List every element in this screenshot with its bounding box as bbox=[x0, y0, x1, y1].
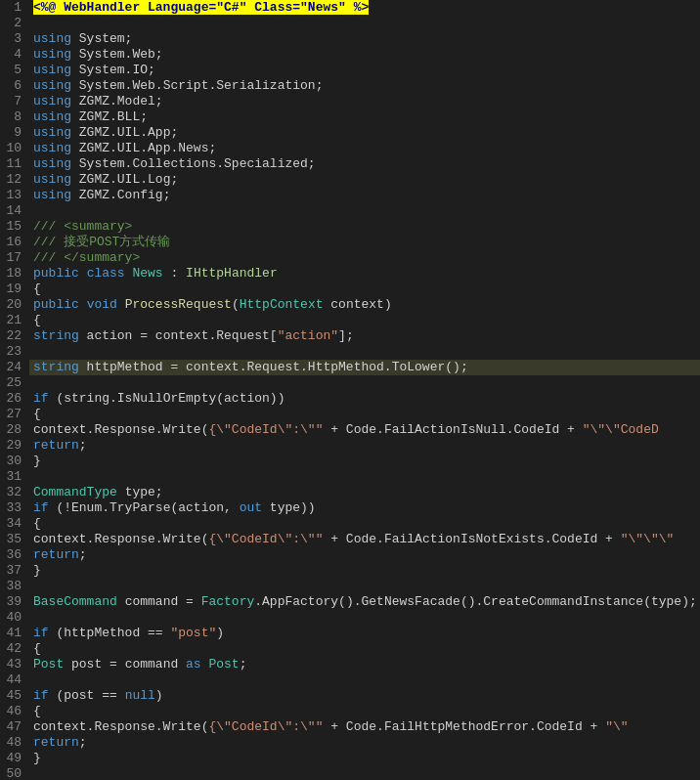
token-string: {\"CodeId\":\"" bbox=[208, 532, 323, 546]
code-line: 2 bbox=[0, 16, 700, 31]
token-plain: ZGMZ.UIL.App.News; bbox=[71, 141, 216, 155]
token-plain: (!Enum.TryParse(action, bbox=[49, 500, 240, 515]
line-content bbox=[29, 469, 700, 485]
token-plain: ZGMZ.Config; bbox=[71, 188, 170, 202]
token-plain: ; bbox=[79, 438, 87, 453]
token-keyword: if bbox=[33, 688, 49, 703]
line-content: if (httpMethod == "post") bbox=[29, 626, 700, 641]
token-keyword: using bbox=[33, 63, 71, 77]
line-number: 27 bbox=[0, 407, 29, 422]
code-line: 6using System.Web.Script.Serialization; bbox=[0, 78, 700, 94]
code-line: 42 { bbox=[0, 641, 700, 657]
code-line: 8using ZGMZ.BLL; bbox=[0, 109, 700, 125]
code-line: 30 } bbox=[0, 454, 700, 469]
token-plain: context.Response.Write( bbox=[33, 719, 208, 734]
line-number: 29 bbox=[0, 438, 29, 454]
line-number: 30 bbox=[0, 454, 29, 469]
code-line: 14 bbox=[0, 203, 700, 219]
line-content: { bbox=[29, 641, 700, 657]
token-keyword: public bbox=[33, 266, 79, 281]
token-plain: post = command bbox=[64, 657, 186, 672]
line-number: 44 bbox=[0, 672, 29, 688]
line-content: Post post = command as Post; bbox=[29, 657, 700, 672]
token-plain: context) bbox=[324, 297, 392, 312]
token-plain: { bbox=[33, 516, 41, 531]
line-content: using System.Web; bbox=[29, 47, 700, 63]
token-keyword: using bbox=[33, 31, 71, 46]
token-keyword: using bbox=[33, 172, 71, 187]
token-plain: { bbox=[33, 313, 41, 327]
token-plain: + Code.FailActionIsNotExists.CodeId + bbox=[323, 532, 620, 546]
line-number: 13 bbox=[0, 188, 29, 203]
line-content: <%@ WebHandler Language="C#" Class="News… bbox=[29, 0, 700, 16]
code-line: 21 { bbox=[0, 313, 700, 328]
line-number: 23 bbox=[0, 344, 29, 360]
code-line: 41 if (httpMethod == "post") bbox=[0, 626, 700, 641]
code-line: 10using ZGMZ.UIL.App.News; bbox=[0, 141, 700, 156]
line-number: 31 bbox=[0, 469, 29, 485]
line-content bbox=[29, 672, 700, 688]
code-line: 38 bbox=[0, 579, 700, 594]
token-plain: ) bbox=[216, 626, 224, 640]
line-number: 43 bbox=[0, 657, 29, 672]
line-content: using System.IO; bbox=[29, 63, 700, 78]
code-line: 19{ bbox=[0, 282, 700, 297]
token-plain: } bbox=[33, 751, 41, 765]
line-number: 47 bbox=[0, 719, 29, 735]
token-plain: (string.IsNullOrEmpty(action)) bbox=[49, 391, 285, 406]
token-plain: System.Web; bbox=[71, 47, 163, 62]
line-number: 17 bbox=[0, 250, 29, 266]
token-keyword: out bbox=[240, 500, 262, 515]
code-line: 27 { bbox=[0, 407, 700, 422]
token-string: {\"CodeId\":\"" bbox=[208, 719, 323, 734]
token-keyword: string bbox=[33, 360, 79, 374]
line-number: 22 bbox=[0, 328, 29, 344]
line-number: 16 bbox=[0, 235, 29, 250]
line-number: 6 bbox=[0, 78, 29, 94]
line-content: { bbox=[29, 282, 700, 297]
token-keyword: using bbox=[33, 94, 71, 108]
token-plain: command = bbox=[117, 594, 201, 609]
token-plain: .AppFactory().GetNewsFacade().CreateComm… bbox=[254, 594, 696, 609]
line-number: 24 bbox=[0, 360, 29, 375]
line-number: 12 bbox=[0, 172, 29, 188]
token-plain: ZGMZ.Model; bbox=[71, 94, 163, 108]
token-keyword: using bbox=[33, 156, 71, 171]
token-keyword: using bbox=[33, 47, 71, 62]
token-keyword: if bbox=[33, 626, 49, 640]
code-line: 7using ZGMZ.Model; bbox=[0, 94, 700, 109]
token-keyword: public bbox=[33, 297, 79, 312]
code-editor: 1<%@ WebHandler Language="C#" Class="New… bbox=[0, 0, 700, 780]
line-content: return; bbox=[29, 438, 700, 454]
token-plain: System.Collections.Specialized; bbox=[71, 156, 316, 171]
code-line: 29 return; bbox=[0, 438, 700, 454]
line-content: using ZGMZ.UIL.App; bbox=[29, 125, 700, 141]
token-type: Post bbox=[33, 657, 64, 672]
code-line: 22 string action = context.Request["acti… bbox=[0, 328, 700, 344]
code-line: 18public class News : IHttpHandler bbox=[0, 266, 700, 282]
line-number: 46 bbox=[0, 704, 29, 719]
code-line: 48 return; bbox=[0, 735, 700, 751]
token-plain: context.Response.Write( bbox=[33, 532, 208, 546]
line-content: { bbox=[29, 313, 700, 328]
code-line: 33 if (!Enum.TryParse(action, out type)) bbox=[0, 500, 700, 516]
line-content: { bbox=[29, 516, 700, 532]
token-plain: ) bbox=[155, 688, 163, 703]
code-line: 32 CommandType type; bbox=[0, 485, 700, 500]
token-plain: { bbox=[33, 407, 41, 421]
line-content bbox=[29, 766, 700, 780]
code-line: 46 { bbox=[0, 704, 700, 719]
token-plain: { bbox=[33, 641, 41, 656]
code-line: 49 } bbox=[0, 751, 700, 766]
line-content: context.Response.Write({\"CodeId\":\"" +… bbox=[29, 719, 700, 735]
token-plain: System.IO; bbox=[71, 63, 155, 77]
code-line: 16/// 接受POST方式传输 bbox=[0, 235, 700, 250]
token-asp: <%@ WebHandler Language="C#" Class="News… bbox=[33, 0, 369, 15]
code-line: 34 { bbox=[0, 516, 700, 532]
token-plain: ( bbox=[232, 297, 240, 312]
line-content: return; bbox=[29, 735, 700, 751]
token-method: ProcessRequest bbox=[125, 297, 232, 312]
code-line: 37 } bbox=[0, 563, 700, 579]
token-plain: ZGMZ.BLL; bbox=[71, 109, 148, 124]
line-content: using ZGMZ.BLL; bbox=[29, 109, 700, 125]
